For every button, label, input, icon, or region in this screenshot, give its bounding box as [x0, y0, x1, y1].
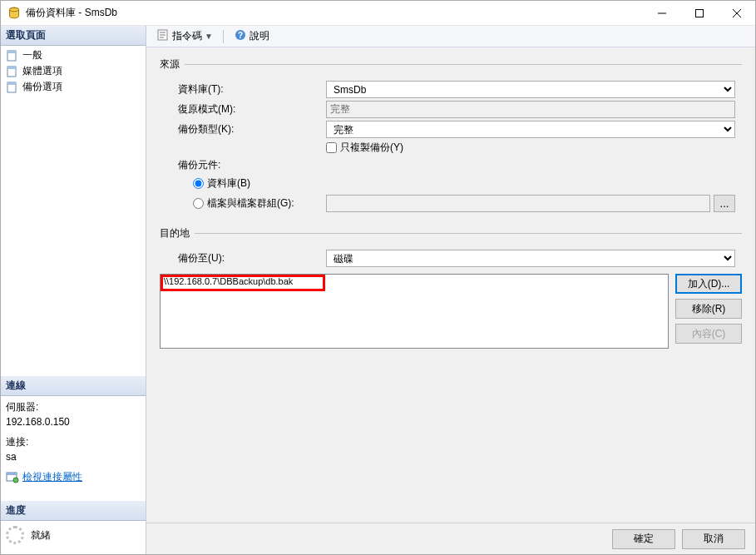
svg-rect-9	[7, 67, 16, 69]
page-media[interactable]: 媒體選項	[4, 63, 142, 79]
backup-type-label: 備份類型(K):	[160, 122, 326, 136]
dialog-footer: 確定 取消	[146, 523, 755, 554]
connection-label: 連接:	[6, 434, 141, 449]
server-value: 192.168.0.150	[6, 414, 141, 429]
svg-point-14	[13, 478, 18, 483]
component-database-input[interactable]	[193, 178, 204, 189]
toolbar: 指令碼 ▼ ? 說明	[146, 26, 755, 47]
destination-item[interactable]: \\192.168.0.7\DBBackup\db.bak	[161, 275, 668, 288]
connection-block: 伺服器: 192.168.0.150 連接: sa 檢視連接屬性	[1, 396, 146, 501]
title-bar: 備份資料庫 - SmsDb	[1, 1, 755, 26]
help-button[interactable]: ? 說明	[230, 27, 273, 46]
svg-rect-13	[7, 473, 17, 475]
page-icon	[6, 49, 19, 62]
svg-rect-7	[7, 51, 16, 53]
svg-rect-11	[7, 82, 16, 85]
component-files-radio[interactable]: 檔案與檔案群組(G):	[193, 196, 294, 211]
cancel-button[interactable]: 取消	[682, 529, 745, 549]
pages-list: 一般 媒體選項 備份選項	[1, 46, 146, 97]
database-label: 資料庫(T):	[160, 82, 326, 97]
page-label: 備份選項	[22, 80, 62, 94]
page-label: 一般	[22, 48, 42, 62]
chevron-down-icon: ▼	[205, 32, 213, 41]
component-label: 備份元件:	[160, 158, 326, 172]
properties-icon	[6, 470, 19, 483]
window-title: 備份資料庫 - SmsDb	[26, 6, 643, 20]
copy-only-label: 只複製備份(Y)	[340, 141, 403, 155]
destination-legend: 目的地	[160, 226, 195, 240]
progress-header: 進度	[1, 501, 146, 521]
copy-only-input[interactable]	[326, 142, 337, 153]
source-legend: 來源	[160, 57, 185, 72]
page-label: 媒體選項	[22, 64, 62, 78]
script-label: 指令碼	[172, 29, 202, 43]
copy-only-checkbox[interactable]: 只複製備份(Y)	[326, 141, 403, 155]
database-select[interactable]: SmsDb	[326, 81, 735, 98]
dialog-body: 選取頁面 一般 媒體選項 備份選項 連線 伺服器:	[1, 26, 755, 554]
backup-type-select[interactable]: 完整	[326, 121, 735, 138]
component-files-input[interactable]	[193, 198, 204, 209]
progress-status: 就緒	[31, 528, 51, 543]
progress-spinner-icon	[6, 526, 24, 544]
contents-button[interactable]: 內容(C)	[675, 324, 742, 344]
database-icon	[7, 7, 21, 20]
page-icon	[6, 81, 19, 94]
backup-to-label: 備份至(U):	[160, 251, 326, 265]
component-database-radio[interactable]: 資料庫(B)	[193, 176, 250, 191]
source-group: 來源 資料庫(T): SmsDb 復原模式(M):	[160, 57, 742, 218]
page-icon	[6, 65, 19, 78]
ok-button[interactable]: 確定	[612, 529, 675, 549]
help-icon: ?	[234, 28, 247, 44]
destination-group: 目的地 備份至(U): 磁碟 \\192.168.0.7\DBBackup\db…	[160, 226, 742, 352]
add-button[interactable]: 加入(D)...	[675, 274, 742, 294]
filegroup-browse-button[interactable]: ...	[714, 195, 735, 212]
page-general[interactable]: 一般	[4, 47, 142, 63]
minimize-button[interactable]	[643, 1, 680, 25]
backup-to-select[interactable]: 磁碟	[326, 250, 735, 267]
progress-block: 就緒	[1, 521, 146, 554]
close-button[interactable]	[718, 1, 755, 25]
recovery-label: 復原模式(M):	[160, 102, 326, 116]
form-area: 來源 資料庫(T): SmsDb 復原模式(M):	[146, 47, 755, 523]
script-button[interactable]: 指令碼 ▼	[153, 27, 216, 46]
dialog-window: 備份資料庫 - SmsDb 選取頁面 一般 媒體選項 備份選項	[0, 0, 756, 555]
svg-rect-3	[695, 9, 703, 17]
recovery-mode-field	[326, 101, 735, 118]
radio-label: 檔案與檔案群組(G):	[207, 196, 294, 211]
server-label: 伺服器:	[6, 399, 141, 414]
radio-label: 資料庫(B)	[207, 176, 250, 191]
filegroup-field	[326, 195, 710, 212]
link-text: 檢視連接屬性	[22, 469, 82, 484]
toolbar-separator	[223, 30, 224, 43]
svg-text:?: ?	[238, 31, 243, 40]
pages-header: 選取頁面	[1, 26, 146, 46]
destination-list[interactable]: \\192.168.0.7\DBBackup\db.bak	[160, 274, 669, 349]
connection-header: 連線	[1, 376, 146, 396]
page-backup[interactable]: 備份選項	[4, 79, 142, 95]
sidebar: 選取頁面 一般 媒體選項 備份選項 連線 伺服器:	[1, 26, 146, 554]
maximize-button[interactable]	[680, 1, 718, 25]
remove-button[interactable]: 移除(R)	[675, 299, 742, 319]
help-label: 說明	[250, 29, 269, 43]
script-icon	[156, 28, 170, 44]
view-connection-properties-link[interactable]: 檢視連接屬性	[6, 469, 82, 484]
connection-value: sa	[6, 449, 141, 464]
main-panel: 指令碼 ▼ ? 說明 來源 資料庫(T): SmsDb	[146, 26, 755, 554]
